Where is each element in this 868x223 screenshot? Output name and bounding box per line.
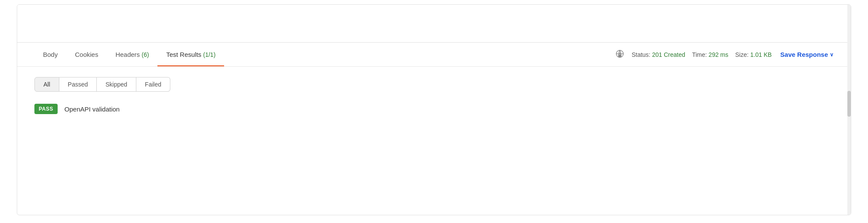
tabs-left: Body Cookies Headers (6) Test Results (1… — [34, 43, 224, 66]
scrollbar-thumb[interactable] — [847, 91, 851, 117]
top-empty-area — [17, 5, 851, 43]
filter-buttons-group: All Passed Skipped Failed — [34, 77, 834, 92]
tab-test-results[interactable]: Test Results (1/1) — [157, 43, 224, 66]
status-value: 201 Created — [652, 51, 685, 58]
scrollbar-track[interactable] — [847, 5, 851, 215]
filter-skipped-button[interactable]: Skipped — [97, 77, 136, 92]
tab-cookies[interactable]: Cookies — [66, 43, 107, 66]
filter-passed-button[interactable]: Passed — [59, 77, 97, 92]
globe-lock-icon — [615, 49, 625, 60]
test-name: OpenAPI validation — [65, 105, 120, 113]
status-label: Status: 201 Created — [631, 51, 685, 58]
tab-test-results-count: (1/1) — [203, 51, 215, 58]
tabs-bar: Body Cookies Headers (6) Test Results (1… — [17, 43, 851, 67]
pass-badge: PASS — [34, 104, 58, 114]
status-area: Status: 201 Created Time: 292 ms Size: 1… — [615, 49, 772, 60]
tab-headers-label: Headers — [115, 51, 140, 58]
tabs-right: Status: 201 Created Time: 292 ms Size: 1… — [615, 49, 834, 60]
tab-body-label: Body — [43, 51, 58, 58]
save-response-label: Save Response — [780, 51, 828, 58]
size-value: 1.01 KB — [750, 51, 772, 58]
main-panel: Body Cookies Headers (6) Test Results (1… — [17, 4, 851, 215]
filter-all-button[interactable]: All — [34, 77, 59, 92]
filter-failed-button[interactable]: Failed — [136, 77, 170, 92]
tab-test-results-label: Test Results — [166, 51, 201, 58]
time-value: 292 ms — [708, 51, 728, 58]
size-text-label: Size: — [735, 51, 748, 58]
size-label: Size: 1.01 KB — [735, 51, 772, 58]
save-response-button[interactable]: Save Response ∨ — [780, 51, 834, 58]
time-text-label: Time: — [692, 51, 707, 58]
chevron-down-icon: ∨ — [830, 52, 834, 58]
status-text-label: Status: — [631, 51, 650, 58]
tab-headers-count: (6) — [142, 51, 149, 58]
content-area: All Passed Skipped Failed PASS OpenAPI v… — [17, 67, 851, 124]
tab-cookies-label: Cookies — [75, 51, 98, 58]
test-result-row: PASS OpenAPI validation — [34, 104, 834, 114]
svg-rect-1 — [619, 54, 622, 56]
tab-headers[interactable]: Headers (6) — [107, 43, 157, 66]
tab-body[interactable]: Body — [34, 43, 66, 66]
time-label: Time: 292 ms — [692, 51, 728, 58]
